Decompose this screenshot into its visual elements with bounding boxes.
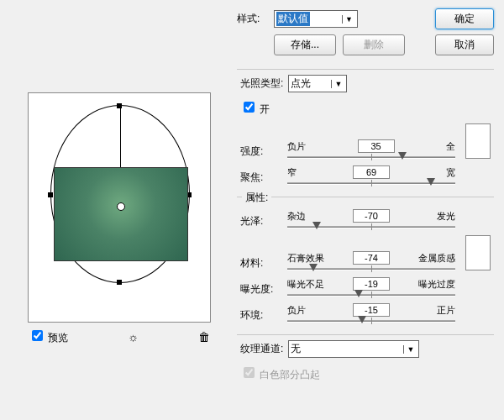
light-color-swatch[interactable] — [465, 123, 491, 159]
light-type-label: 光照类型: — [240, 76, 283, 91]
gloss-right-label: 发光 — [437, 210, 455, 223]
gloss-slider[interactable] — [287, 225, 455, 228]
intensity-left-label: 负片 — [287, 140, 306, 153]
trash-icon[interactable]: 🗑 — [198, 330, 210, 344]
intensity-thumb[interactable] — [398, 152, 407, 160]
intensity-right-label: 全 — [446, 140, 455, 153]
handle-left[interactable] — [48, 192, 53, 197]
style-select[interactable]: 默认值 ▼ — [274, 10, 358, 28]
ok-button[interactable]: 确定 — [435, 8, 494, 29]
gloss-left-label: 杂边 — [287, 210, 306, 223]
light-on-checkbox[interactable]: 开 — [240, 99, 270, 117]
lightbulb-icon[interactable]: ☼ — [128, 330, 139, 344]
light-on-input[interactable] — [244, 102, 255, 113]
preview-image — [54, 167, 188, 261]
intensity-slider[interactable] — [287, 155, 455, 159]
material-thumb[interactable] — [309, 264, 318, 271]
light-on-label: 开 — [260, 103, 270, 115]
ambience-slider[interactable] — [287, 319, 455, 323]
properties-group-label: 属性: — [242, 191, 271, 205]
focus-right-label: 宽 — [446, 166, 455, 179]
preview-check-input[interactable] — [32, 330, 43, 341]
intensity-value[interactable]: 35 — [358, 139, 395, 153]
gloss-label: 光泽: — [240, 214, 282, 228]
exposure-thumb[interactable] — [354, 290, 363, 297]
material-value[interactable]: -74 — [353, 251, 390, 265]
light-type-value: 点光 — [291, 76, 311, 91]
material-left-label: 石膏效果 — [287, 252, 324, 265]
focus-thumb[interactable] — [427, 178, 435, 186]
intensity-label: 强度: — [240, 144, 282, 159]
ambience-value[interactable]: -15 — [353, 303, 390, 317]
texture-channel-select[interactable]: 无 ▼ — [288, 340, 419, 358]
white-high-input — [244, 367, 255, 378]
white-high-label: 白色部分凸起 — [260, 369, 320, 381]
ambience-label: 环境: — [240, 308, 282, 323]
preview-checkbox[interactable]: 预览 — [29, 328, 68, 345]
store-button[interactable]: 存储... — [274, 34, 336, 55]
focus-left-label: 窄 — [287, 166, 297, 179]
ambience-right-label: 正片 — [437, 304, 455, 317]
exposure-value[interactable]: -19 — [353, 277, 390, 291]
handle-bottom[interactable] — [117, 280, 122, 285]
cancel-button[interactable]: 取消 — [435, 34, 494, 55]
chevron-down-icon: ▼ — [403, 345, 417, 354]
chevron-down-icon: ▼ — [331, 80, 344, 88]
delete-button: 删除 — [343, 34, 405, 55]
ambience-left-label: 负片 — [287, 304, 306, 317]
ambient-color-swatch[interactable] — [465, 235, 491, 270]
ambience-thumb[interactable] — [358, 316, 366, 323]
exposure-right-label: 曝光过度 — [418, 278, 455, 291]
white-high-checkbox: 白色部分凸起 — [240, 365, 320, 382]
exposure-label: 曝光度: — [240, 282, 282, 297]
focus-label: 聚焦: — [240, 171, 282, 185]
exposure-left-label: 曝光不足 — [287, 278, 324, 291]
focus-slider[interactable] — [287, 181, 455, 185]
preview-label: 预览 — [48, 332, 68, 344]
light-center-handle[interactable] — [117, 202, 125, 211]
texture-channel-label: 纹理通道: — [240, 342, 283, 356]
preview-canvas[interactable] — [28, 92, 211, 323]
exposure-slider[interactable] — [287, 293, 455, 297]
material-right-label: 金属质感 — [418, 252, 455, 265]
focus-value[interactable]: 69 — [353, 165, 390, 179]
material-slider[interactable] — [287, 267, 455, 270]
style-value: 默认值 — [276, 12, 310, 26]
handle-top[interactable] — [117, 103, 122, 108]
style-label: 样式: — [237, 12, 267, 26]
gloss-value[interactable]: -70 — [353, 209, 390, 223]
texture-channel-value: 无 — [291, 342, 301, 356]
light-type-select[interactable]: 点光 ▼ — [288, 75, 347, 92]
gloss-thumb[interactable] — [312, 222, 321, 229]
material-label: 材料: — [240, 256, 282, 270]
chevron-down-icon: ▼ — [342, 15, 355, 24]
